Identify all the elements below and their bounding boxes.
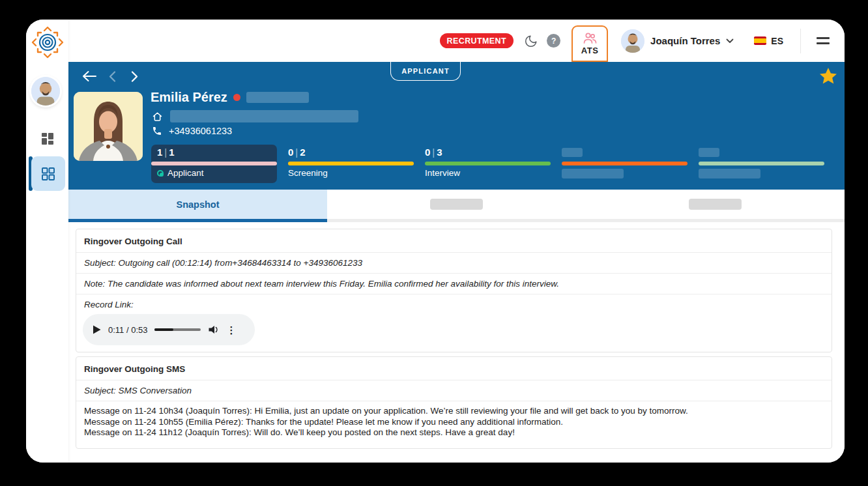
detail-tabs: Snapshot (68, 190, 845, 222)
user-avatar[interactable] (621, 29, 644, 53)
grid-icon (40, 166, 56, 182)
audio-player[interactable]: 0:11 / 0:53 ⋮ (83, 314, 255, 345)
ringover-call-card: Ringover Outgoing Call Subject: Outgoing… (76, 229, 832, 352)
stage-counts: 0|2 (288, 147, 306, 158)
question-mark-icon: ? (551, 36, 556, 46)
tab-placeholder-3[interactable] (586, 190, 845, 222)
sms-message: Message on 11-24 11h12 (Joaquín Torres):… (84, 427, 824, 438)
audio-progress (154, 328, 173, 331)
call-subject: Subject: Outgoing call (00:12:14) from+3… (76, 253, 832, 274)
applicant-type-tab[interactable]: APPLICANT (390, 61, 461, 81)
stage-bar (562, 162, 687, 165)
favorite-button[interactable] (819, 67, 837, 87)
arrow-left-icon (81, 70, 97, 83)
language-selector[interactable]: ES (771, 36, 783, 46)
next-applicant-button[interactable] (131, 71, 138, 85)
ringover-sms-card: Ringover Outgoing SMS Subject: SMS Conve… (76, 356, 832, 449)
user-menu-caret[interactable] (726, 38, 734, 44)
applicant-name-row: Emilia Pérez (151, 90, 309, 105)
stage-label-placeholder (562, 169, 624, 179)
audio-time: 0:11 / 0:53 (108, 325, 147, 335)
applicant-phone: +34936061233 (169, 126, 232, 136)
name-placeholder (246, 92, 309, 103)
topbar-divider (800, 29, 801, 53)
audio-menu-button[interactable]: ⋮ (226, 325, 236, 335)
tab-label-placeholder (689, 199, 742, 210)
audio-seek-bar[interactable] (154, 328, 201, 331)
sms-messages: Message on 11-24 10h34 (Joaquín Torres):… (76, 401, 832, 438)
stage-bar (425, 162, 551, 165)
app-window: RECRUTMENT ? ATS (26, 20, 845, 463)
record-link-label: Record Link: (76, 294, 832, 311)
chevron-down-icon (726, 38, 734, 44)
chevron-right-icon (131, 71, 138, 82)
previous-applicant-button[interactable] (109, 71, 116, 85)
active-stage-dot-icon (157, 170, 164, 177)
sms-subject: Subject: SMS Conversation (76, 380, 832, 401)
sms-message: Message on 11-24 10h34 (Joaquín Torres):… (84, 406, 824, 417)
tab-placeholder-2[interactable] (327, 190, 586, 222)
man-avatar-icon (621, 29, 644, 53)
sidebar (26, 20, 68, 463)
applicant-name: Emilia Pérez (151, 90, 227, 105)
card-title: Ringover Outgoing SMS (76, 357, 832, 380)
compass-logo-icon (30, 25, 65, 60)
moon-icon (524, 34, 538, 48)
stage-count-placeholder (699, 148, 719, 157)
stage-interview[interactable]: 0|3 Interview (425, 145, 551, 183)
stage-label-placeholder (699, 169, 760, 179)
dashboard-nav-item[interactable] (40, 132, 55, 146)
stage-label: Applicant (157, 168, 204, 178)
status-dot-icon (233, 94, 240, 101)
man-avatar-icon (31, 77, 60, 106)
phone-row[interactable]: +34936061233 (152, 126, 232, 136)
spain-flag-icon[interactable] (754, 36, 766, 45)
stage-counts: 1|1 (157, 147, 175, 158)
play-icon[interactable] (93, 325, 101, 334)
tab-snapshot[interactable]: Snapshot (68, 190, 327, 222)
stage-placeholder-5[interactable] (699, 145, 824, 183)
stage-placeholder-4[interactable] (562, 145, 687, 183)
help-button[interactable]: ? (547, 34, 560, 48)
volume-icon[interactable] (208, 324, 219, 335)
stage-label: Screening (288, 168, 328, 178)
users-icon (582, 32, 598, 45)
stage-bar (699, 162, 824, 165)
recruitment-badge: RECRUTMENT (440, 33, 514, 48)
sidebar-user-avatar[interactable] (31, 77, 60, 106)
user-name[interactable]: Joaquín Torres (650, 35, 720, 46)
ats-module-tab[interactable]: ATS (571, 25, 608, 62)
chevron-left-icon (109, 71, 116, 82)
card-title: Ringover Outgoing Call (76, 229, 832, 253)
address-placeholder (170, 110, 358, 122)
stage-screening[interactable]: 0|2 Screening (288, 145, 414, 183)
stage-bar (151, 162, 277, 165)
address-row (152, 110, 358, 122)
sms-message: Message on 11-24 10h55 (Emilia Pérez): T… (84, 417, 824, 428)
snapshot-content: Ringover Outgoing Call Subject: Outgoing… (68, 222, 845, 463)
applicant-photo (74, 92, 143, 161)
phone-icon (152, 126, 162, 136)
stage-applicant[interactable]: 1|1 Applicant (151, 145, 277, 183)
home-icon (152, 111, 163, 122)
dark-mode-toggle[interactable] (523, 33, 539, 49)
ats-tab-label: ATS (581, 46, 599, 55)
applicants-nav-item[interactable] (31, 156, 65, 191)
star-icon (819, 67, 837, 85)
applicant-header: APPLICANT (68, 62, 845, 190)
tab-label-placeholder (430, 199, 483, 210)
menu-button[interactable] (817, 37, 830, 44)
back-button[interactable] (81, 70, 97, 85)
stage-bar (288, 162, 414, 165)
app-logo[interactable] (30, 25, 65, 60)
stage-label: Interview (425, 168, 460, 178)
topbar: RECRUTMENT ? ATS (68, 20, 845, 62)
screen: RECRUTMENT ? ATS (0, 0, 868, 486)
stage-count-placeholder (562, 148, 583, 157)
pipeline-stages: 1|1 Applicant 0|2 Screening 0|3 Intervie… (151, 145, 824, 183)
stage-counts: 0|3 (425, 147, 442, 158)
call-note: Note: The candidate was informed about n… (76, 274, 832, 294)
woman-portrait (74, 92, 143, 161)
dashboard-icon (40, 132, 55, 146)
